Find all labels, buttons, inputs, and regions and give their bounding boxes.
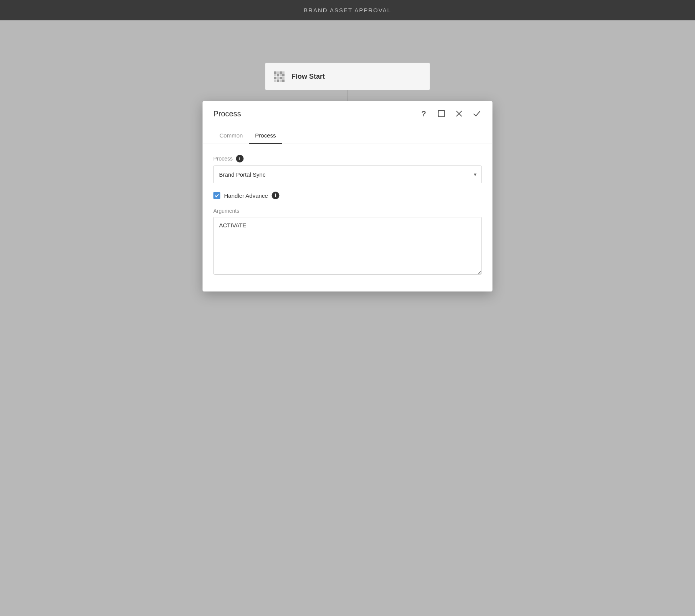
flow-connector: [347, 90, 348, 101]
page-title: BRAND ASSET APPROVAL: [304, 7, 391, 13]
confirm-button[interactable]: [472, 109, 482, 119]
arguments-textarea[interactable]: ACTIVATE: [213, 217, 482, 275]
flow-node-start[interactable]: Flow Start: [265, 63, 430, 90]
close-button[interactable]: [454, 109, 464, 119]
svg-rect-15: [282, 79, 285, 82]
process-select[interactable]: Brand Portal Sync: [213, 166, 482, 183]
svg-rect-6: [280, 74, 282, 76]
svg-rect-7: [282, 74, 285, 76]
modal-actions: ?: [419, 109, 482, 119]
modal-tabs: Common Process: [203, 127, 493, 144]
svg-rect-10: [280, 77, 282, 79]
svg-rect-9: [277, 77, 279, 79]
svg-rect-2: [280, 71, 282, 74]
handler-advance-info-icon[interactable]: i: [272, 192, 280, 199]
svg-rect-0: [274, 71, 276, 74]
top-bar: BRAND ASSET APPROVAL: [0, 0, 695, 20]
svg-rect-20: [439, 111, 445, 117]
canvas-area: Flow Start Brand Portal Sync Process Pro…: [0, 20, 695, 616]
svg-rect-13: [277, 79, 279, 82]
svg-rect-4: [274, 74, 276, 76]
svg-rect-1: [277, 71, 279, 74]
modal-title: Process: [213, 109, 241, 118]
tab-process[interactable]: Process: [249, 127, 282, 144]
svg-rect-12: [274, 79, 276, 82]
svg-rect-3: [282, 71, 285, 74]
modal-body: Process i Brand Portal Sync ▾ Handler Ad…: [203, 144, 493, 291]
process-modal: Process ?: [203, 101, 493, 291]
handler-advance-row: Handler Advance i: [213, 192, 482, 199]
process-field-label: Process i: [213, 155, 482, 162]
help-button[interactable]: ?: [419, 109, 429, 119]
tab-common[interactable]: Common: [213, 127, 249, 144]
flow-start-label: Flow Start: [291, 73, 325, 81]
handler-advance-checkbox[interactable]: [213, 192, 220, 199]
handler-advance-label: Handler Advance: [224, 192, 268, 199]
flow-start-icon: [273, 70, 285, 83]
expand-button[interactable]: [437, 109, 447, 119]
svg-rect-5: [277, 74, 279, 76]
svg-rect-11: [282, 77, 285, 79]
modal-header: Process ?: [203, 101, 493, 125]
arguments-label: Arguments: [213, 208, 482, 214]
svg-rect-8: [274, 77, 276, 79]
svg-rect-14: [280, 79, 282, 82]
process-select-wrapper: Brand Portal Sync ▾: [213, 166, 482, 183]
process-info-icon[interactable]: i: [236, 155, 243, 162]
